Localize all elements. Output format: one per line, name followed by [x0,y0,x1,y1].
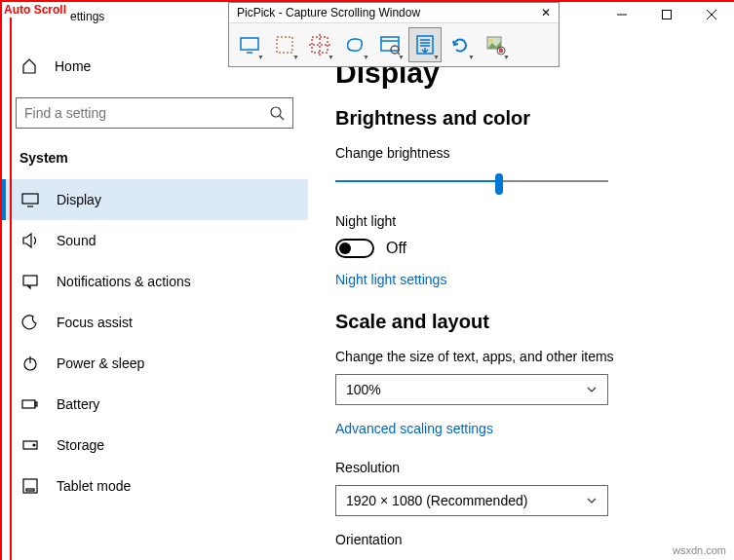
maximize-button[interactable] [644,0,689,29]
toggle-knob [339,243,351,254]
slider-fill [335,180,499,182]
search-icon [269,105,285,121]
capture-border-left [0,0,12,560]
picpick-close-icon[interactable]: ✕ [541,6,551,19]
focus-icon [21,314,39,331]
category-heading: System [16,150,308,166]
svg-rect-23 [381,37,399,51]
watermark: wsxdn.com [673,544,726,556]
resolution-select[interactable]: 1920 × 1080 (Recommended) [335,485,608,516]
picpick-title-text: PicPick - Capture Scrolling Window [237,6,420,19]
svg-point-25 [391,46,399,54]
tool-color-picker[interactable]: ▼ [479,27,512,62]
scale-label: Change the size of text, apps, and other… [335,349,706,364]
svg-rect-16 [26,489,34,491]
sidebar-item-label: Battery [57,396,99,412]
sidebar-item-storage[interactable]: Storage [2,425,308,466]
tool-fullscreen[interactable]: ▼ [233,27,266,62]
sidebar-item-battery[interactable]: Battery [2,384,308,425]
window-title: ettings [70,10,104,23]
sidebar-item-power[interactable]: Power & sleep [2,343,308,384]
svg-point-32 [489,39,493,43]
tablet-icon [21,477,39,495]
night-light-settings-link[interactable]: Night light settings [335,272,706,287]
svg-rect-8 [23,276,37,285]
tool-window[interactable]: ▼ [373,27,406,62]
chevron-down-icon [586,495,598,506]
minimize-button[interactable] [599,0,644,29]
sidebar-item-focus[interactable]: Focus assist [2,302,308,343]
svg-point-14 [33,444,35,446]
section-heading: Brightness and color [335,107,706,130]
sidebar-item-label: Tablet mode [57,478,131,494]
advanced-scaling-link[interactable]: Advanced scaling settings [335,421,706,436]
tool-repeat[interactable]: ▼ [444,27,477,62]
svg-rect-17 [241,38,258,50]
sidebar-item-label: Focus assist [57,315,133,330]
night-light-toggle-row: Off [335,239,706,258]
close-button[interactable] [689,0,734,29]
content-area: Display Brightness and color Change brig… [335,56,706,557]
storage-icon [21,436,39,454]
sidebar-item-tablet[interactable]: Tablet mode [2,466,308,506]
orientation-label: Orientation [335,532,706,547]
search-box[interactable] [16,97,293,129]
svg-rect-12 [35,402,37,406]
battery-icon [21,395,39,413]
svg-rect-11 [22,400,35,408]
scale-select[interactable]: 100% [335,374,608,405]
svg-point-4 [271,107,281,117]
sidebar-item-display[interactable]: Display [2,179,308,220]
sidebar-item-label: Notifications & actions [57,274,191,289]
notifications-icon [21,273,39,290]
resolution-value: 1920 × 1080 (Recommended) [346,493,527,508]
slider-thumb[interactable] [495,173,503,195]
night-light-state: Off [386,240,406,257]
resolution-label: Resolution [335,460,706,475]
svg-line-5 [280,116,284,120]
scale-value: 100% [346,382,381,397]
svg-rect-19 [277,37,292,53]
brightness-label: Change brightness [335,145,706,161]
sound-icon [21,232,39,249]
sidebar: Home System Display Sound Notifications … [16,49,308,506]
svg-rect-1 [663,11,672,19]
sidebar-item-notifications[interactable]: Notifications & actions [2,261,308,302]
sidebar-item-label: Power & sleep [57,355,144,371]
tool-fixed-region[interactable]: ▼ [303,27,336,62]
svg-rect-6 [22,194,38,204]
night-light-toggle[interactable] [335,239,374,258]
chevron-down-icon [586,384,598,395]
tool-scrolling[interactable]: ▼ [408,27,442,62]
display-icon [21,191,39,208]
nav-list: Display Sound Notifications & actions Fo… [2,179,308,506]
sidebar-item-label: Storage [57,437,104,453]
brightness-slider[interactable] [335,170,608,194]
section-heading: Scale and layout [335,311,706,333]
sidebar-item-label: Sound [57,233,96,248]
picpick-window: PicPick - Capture Scrolling Window ✕ ▼ ▼… [228,2,560,67]
window-controls [599,0,734,29]
picpick-toolbar: ▼ ▼ ▼ ▼ ▼ ▼ ▼ ▼ [229,23,559,66]
auto-scroll-badge: Auto Scroll [2,2,68,18]
power-icon [21,355,39,372]
home-label: Home [55,58,91,74]
sidebar-item-sound[interactable]: Sound [2,220,308,261]
tool-region[interactable]: ▼ [268,27,301,62]
picpick-titlebar[interactable]: PicPick - Capture Scrolling Window ✕ [229,3,559,23]
search-input[interactable] [24,105,269,121]
tool-freehand[interactable]: ▼ [338,27,371,62]
sidebar-item-label: Display [57,192,101,207]
svg-rect-34 [499,49,503,53]
home-icon [21,58,37,74]
night-light-label: Night light [335,213,706,229]
